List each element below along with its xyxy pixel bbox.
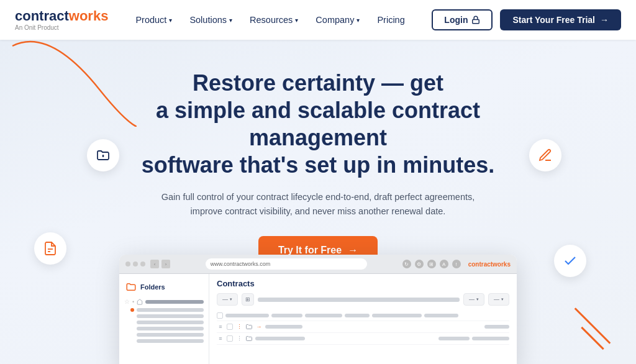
folder-icon-sm bbox=[245, 335, 253, 342]
grid-icon: ⊞ bbox=[427, 260, 436, 268]
cell-line bbox=[271, 314, 302, 317]
hero-text-area: Restore certainty — get a simple and sca… bbox=[101, 70, 535, 265]
dot-red bbox=[125, 262, 130, 266]
checkbox[interactable] bbox=[217, 312, 223, 319]
trial-button[interactable]: Start Your Free Trial → bbox=[500, 9, 621, 30]
svg-rect-0 bbox=[473, 19, 479, 23]
browser-chrome: ‹ › www.contractworks.com ↻ ⚙ ⊞ A ! cont… bbox=[119, 255, 517, 274]
dots-icon: ⋮ bbox=[235, 335, 243, 342]
browser-url[interactable]: www.contractworks.com bbox=[206, 258, 367, 270]
dots-icon: ⋮ bbox=[235, 324, 243, 330]
filter-btn-2[interactable]: — ▾ bbox=[488, 293, 509, 306]
sidebar-line bbox=[137, 321, 204, 324]
logo-contract: contract bbox=[15, 8, 69, 24]
browser-dots bbox=[125, 262, 145, 266]
menu-icon: ≡ bbox=[217, 335, 224, 342]
folders-icon bbox=[125, 281, 137, 293]
logo-works: works bbox=[69, 8, 109, 24]
nav-links: Product ▾ Solutions ▾ Resources ▾ Compan… bbox=[128, 10, 432, 30]
chevron-down-icon: ▾ bbox=[169, 17, 172, 24]
view-toggle[interactable]: ⊞ bbox=[242, 293, 254, 306]
hero-section: Restore certainty — get a simple and sca… bbox=[0, 40, 636, 364]
logo-tagline: An Onit Product bbox=[15, 24, 108, 31]
app-content: Folders ☆ • bbox=[119, 274, 517, 364]
contracts-table: ≡ ⋮ → ≡ ⋮ bbox=[217, 311, 509, 345]
folder-icon-sm bbox=[245, 323, 253, 330]
table-row: ≡ ⋮ bbox=[217, 333, 509, 345]
cell-line bbox=[265, 325, 302, 329]
table-row bbox=[217, 311, 509, 321]
nav-item-resources[interactable]: Resources ▾ bbox=[242, 10, 306, 30]
home-icon bbox=[137, 299, 143, 305]
back-icon: ‹ bbox=[150, 260, 159, 268]
logo[interactable]: contractworks An Onit Product bbox=[15, 9, 108, 31]
nav-item-pricing[interactable]: Pricing bbox=[370, 10, 412, 30]
sort-btn[interactable]: — ▾ bbox=[463, 293, 484, 306]
deco-line-2 bbox=[581, 327, 604, 350]
pencil-icon bbox=[538, 148, 553, 163]
refresh-icon: ↻ bbox=[402, 260, 411, 268]
contracts-toolbar: — ▾ ⊞ — ▾ — ▾ bbox=[217, 293, 509, 306]
toolbar-spacer bbox=[258, 298, 460, 302]
chevron-down-icon: ▾ bbox=[295, 17, 298, 24]
sidebar-header: Folders bbox=[119, 279, 209, 296]
cell-line bbox=[255, 337, 305, 340]
checkbox[interactable] bbox=[227, 324, 233, 330]
sidebar-header-label: Folders bbox=[140, 283, 165, 291]
app-main: Contracts — ▾ ⊞ — ▾ — ▾ bbox=[209, 274, 517, 364]
nav-actions: Login Start Your Free Trial → bbox=[432, 9, 621, 30]
nav-item-company[interactable]: Company ▾ bbox=[308, 10, 367, 30]
chevron-down-icon: ▾ bbox=[357, 17, 360, 24]
arrow-icon: → bbox=[600, 15, 609, 25]
chevron-down-icon: ▾ bbox=[229, 17, 232, 24]
forward-icon: › bbox=[161, 260, 170, 268]
contracts-header: Contracts bbox=[217, 279, 509, 288]
sidebar-row-1: ☆ • bbox=[119, 296, 209, 307]
cell-line bbox=[305, 314, 342, 317]
gear-icon: ⚙ bbox=[415, 260, 424, 268]
sidebar-sub-row-1 bbox=[130, 307, 209, 313]
chevron-icon: ▾ bbox=[230, 297, 232, 302]
sidebar-line bbox=[137, 333, 204, 337]
dot-yellow bbox=[133, 262, 138, 266]
table-row: ≡ ⋮ → bbox=[217, 321, 509, 333]
dot-green bbox=[140, 262, 145, 266]
sidebar-sub-row-5 bbox=[130, 332, 209, 338]
alert-icon: ! bbox=[452, 260, 461, 268]
check-icon bbox=[563, 253, 578, 268]
nav-item-product[interactable]: Product ▾ bbox=[128, 10, 179, 30]
nav-item-solutions[interactable]: Solutions ▾ bbox=[182, 10, 240, 30]
sidebar-sub-row-2 bbox=[130, 313, 209, 319]
star-icon: ☆ bbox=[124, 298, 130, 305]
app-logo-sm: contractworks bbox=[468, 261, 511, 268]
hero-title: Restore certainty — get a simple and sca… bbox=[101, 70, 535, 179]
chevron-icon: ▾ bbox=[501, 297, 504, 302]
chevron-icon: ▾ bbox=[476, 297, 479, 302]
filter-btn[interactable]: — ▾ bbox=[217, 293, 238, 306]
float-pencil-icon bbox=[529, 139, 561, 171]
sidebar-sub-rows bbox=[119, 307, 209, 344]
sidebar-line bbox=[145, 300, 204, 304]
navbar: contractworks An Onit Product Product ▾ … bbox=[0, 0, 636, 40]
sidebar-sub-row-4 bbox=[130, 325, 209, 332]
app-mockup: ‹ › www.contractworks.com ↻ ⚙ ⊞ A ! cont… bbox=[119, 255, 517, 364]
sidebar-sub-row-6 bbox=[130, 338, 209, 344]
checkbox[interactable] bbox=[227, 335, 233, 342]
cell-line bbox=[424, 314, 458, 317]
user-icon: A bbox=[440, 260, 448, 268]
browser-icons: ↻ ⚙ ⊞ A ! bbox=[402, 260, 461, 268]
float-check-icon bbox=[554, 245, 586, 277]
orange-dot bbox=[130, 308, 134, 312]
cell-line bbox=[225, 314, 269, 317]
cell-line bbox=[438, 337, 470, 340]
lock-icon bbox=[471, 16, 480, 24]
document-icon bbox=[43, 241, 58, 256]
cell-line bbox=[372, 314, 422, 317]
sidebar-sub-row-3 bbox=[130, 319, 209, 325]
login-button[interactable]: Login bbox=[432, 9, 493, 30]
float-folder-icon bbox=[87, 139, 119, 171]
menu-icon: ≡ bbox=[217, 324, 224, 330]
cell-line bbox=[472, 337, 509, 340]
float-doc-icon bbox=[34, 232, 66, 265]
arrow-icon: → bbox=[255, 324, 263, 330]
